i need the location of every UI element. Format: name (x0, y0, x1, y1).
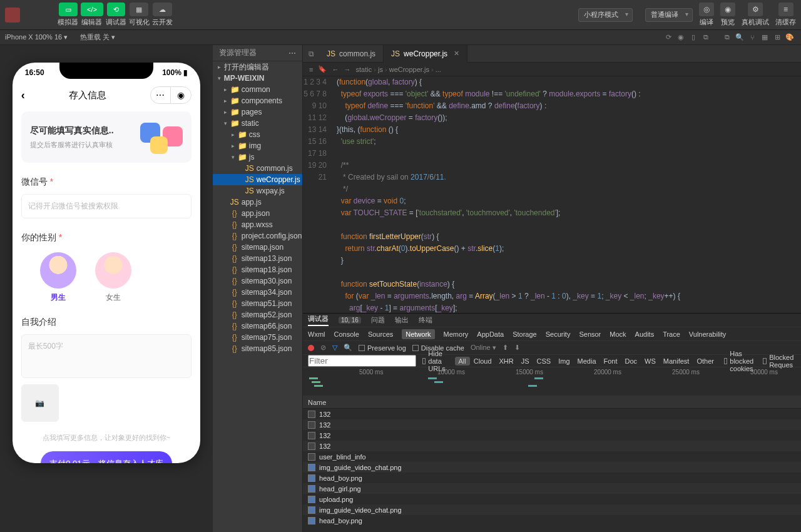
filter-type-media[interactable]: Media (574, 357, 600, 366)
network-row[interactable]: upload.png (303, 494, 801, 504)
filter-input[interactable] (308, 355, 416, 367)
cloud-button[interactable]: ☁ (153, 3, 172, 16)
filter-type-other[interactable]: Other (693, 357, 718, 366)
tree-item-pages[interactable]: ▸📁pages (213, 106, 302, 118)
panel-wxml[interactable]: Wxml (308, 330, 325, 338)
upload-button[interactable]: 📷 (21, 384, 59, 422)
tree-item-sitemap34-json[interactable]: {}sitemap34.json (213, 287, 302, 298)
search-net-icon[interactable]: 🔍 (344, 344, 352, 352)
panel-sources[interactable]: Sources (368, 330, 393, 338)
refresh-icon[interactable]: ⟳ (662, 33, 675, 41)
network-row[interactable]: head_girl.png (303, 483, 801, 494)
tree-item-sitemap75-json[interactable]: {}sitemap75.json (213, 332, 302, 343)
crumb-toggle-icon[interactable]: ≡ (309, 66, 313, 73)
tree-item-common-js[interactable]: JScommon.js (213, 163, 302, 174)
capsule-close[interactable]: ◉ (171, 87, 191, 103)
filter-type-ws[interactable]: WS (641, 357, 660, 366)
tree-item-app-json[interactable]: {}app.json (213, 208, 302, 219)
visual-button[interactable]: ▦ (130, 3, 148, 16)
tree-item-js[interactable]: ▾📁js (213, 151, 302, 163)
tree-item-sitemap51-json[interactable]: {}sitemap51.json (213, 298, 302, 309)
tree-item-css[interactable]: ▸📁css (213, 129, 302, 140)
filter-type-all[interactable]: All (455, 357, 470, 366)
filter-type-doc[interactable]: Doc (621, 357, 641, 366)
download-har-icon[interactable]: ⬇ (514, 344, 520, 352)
crumb-back-icon[interactable]: ← (332, 66, 339, 73)
preview-icon[interactable]: ◉ (720, 3, 735, 16)
mode-select[interactable]: 小程序模式 (578, 8, 633, 22)
tree-item-sitemap18-json[interactable]: {}sitemap18.json (213, 264, 302, 275)
panel-network[interactable]: Network (402, 329, 434, 339)
network-row[interactable]: user_blind_info (303, 451, 801, 462)
palette-icon[interactable]: 🎨 (783, 33, 796, 41)
panel-storage[interactable]: Storage (513, 330, 537, 338)
tree-item-sitemap66-json[interactable]: {}sitemap66.json (213, 320, 302, 332)
detach-icon[interactable]: ⧉ (700, 33, 712, 41)
filter-type-font[interactable]: Font (600, 357, 621, 366)
clear-cache-icon[interactable]: ≡ (778, 3, 793, 16)
network-row[interactable]: img_guide_video_chat.png (303, 462, 801, 473)
wechat-input[interactable]: 记得开启微信号被搜索权限 (21, 194, 191, 218)
tree-item-components[interactable]: ▸📁components (213, 95, 302, 106)
tree-item-sitemap30-json[interactable]: {}sitemap30.json (213, 275, 302, 287)
tree-item-weCropper-js[interactable]: JSweCropper.js (213, 174, 302, 185)
clear-icon[interactable]: ⊘ (320, 344, 326, 352)
network-row[interactable]: head_boy.png (303, 515, 801, 526)
filter-type-js[interactable]: JS (518, 357, 533, 366)
record-button[interactable] (308, 345, 314, 351)
tree-item-app-js[interactable]: JSapp.js (213, 197, 302, 208)
tree-item-static[interactable]: ▾📁static (213, 118, 302, 129)
preserve-log-checkbox[interactable]: Preserve log (359, 344, 406, 352)
panel-mock[interactable]: Mock (610, 330, 626, 338)
network-row[interactable]: 132 (303, 409, 801, 419)
tree-item-sitemap-json[interactable]: {}sitemap.json (213, 242, 302, 253)
devtools-tab-0[interactable]: 调试器 (308, 314, 329, 326)
filter-type-css[interactable]: CSS (533, 357, 555, 366)
network-row[interactable]: 132 (303, 441, 801, 451)
gender-boy[interactable]: 男生 (40, 252, 76, 303)
throttle-select[interactable]: Online ▾ (471, 344, 496, 352)
search-icon[interactable]: 🔍 (733, 33, 746, 41)
filter-type-manifest[interactable]: Manifest (660, 357, 693, 366)
device-icon[interactable]: ▯ (687, 33, 700, 41)
branch-icon[interactable]: ⑂ (746, 34, 758, 41)
panel-appdata[interactable]: AppData (477, 330, 504, 338)
intro-textarea[interactable]: 最长500字 (21, 334, 191, 378)
filter-type-img[interactable]: Img (554, 357, 573, 366)
code-editor[interactable]: 1 2 3 4 5 6 7 8 9 10 11 12 13 14 15 16 1… (303, 76, 801, 313)
more-info-link[interactable]: 点我填写更多信息，让对象更好的找到你~ (21, 433, 191, 442)
network-row[interactable]: 132 (303, 419, 801, 430)
filter-icon[interactable]: ▽ (332, 344, 337, 352)
tree-item-common[interactable]: ▸📁common (213, 84, 302, 95)
compile-icon[interactable]: ◎ (699, 3, 714, 16)
tree-item-sitemap13-json[interactable]: {}sitemap13.json (213, 253, 302, 264)
capsule-menu[interactable]: ⋯ (151, 87, 171, 103)
compile-select[interactable]: 普通编译 (645, 8, 693, 22)
remote-debug-icon[interactable]: ⚙ (748, 3, 763, 16)
panel-audits[interactable]: Audits (635, 330, 655, 338)
grid-icon[interactable]: ▦ (758, 33, 771, 41)
tree-item-project-config-json[interactable]: {}project.config.json (213, 230, 302, 242)
panel-memory[interactable]: Memory (444, 330, 469, 338)
debugger-button[interactable]: ⟲ (107, 3, 125, 16)
hotreload-toggle[interactable]: 热重载 关 ▾ (80, 33, 115, 42)
tree-item-wxpay-js[interactable]: JSwxpay.js (213, 185, 302, 197)
devtools-tab-1[interactable]: 问题 (371, 315, 385, 325)
copy-icon[interactable]: ⧉ (721, 33, 733, 41)
panel-trace[interactable]: Trace (663, 330, 680, 338)
filter-type-cloud[interactable]: Cloud (470, 357, 496, 366)
crumb-fwd-icon[interactable]: → (344, 66, 350, 73)
tree-item-sitemap85-json[interactable]: {}sitemap85.json (213, 343, 302, 354)
tab-prev-icon[interactable]: ⧉ (303, 49, 319, 58)
filter-type-xhr[interactable]: XHR (496, 357, 518, 366)
simulator-button[interactable]: ▭ (59, 3, 78, 16)
upload-har-icon[interactable]: ⬆ (503, 344, 508, 352)
tree-item-img[interactable]: ▸📁img (213, 140, 302, 151)
tab-wecropper-js[interactable]: JSweCropper.js✕ (384, 45, 467, 63)
project-root[interactable]: ▾MP-WEIXIN (213, 73, 302, 84)
tree-item-app-wxss[interactable]: {}app.wxss (213, 219, 302, 230)
panel-console[interactable]: Console (334, 330, 359, 338)
layout-icon[interactable]: ⊞ (771, 33, 783, 41)
network-row[interactable]: 132 (303, 430, 801, 441)
submit-button[interactable]: 支付0.01元，将信息存入人才库 (41, 451, 172, 463)
